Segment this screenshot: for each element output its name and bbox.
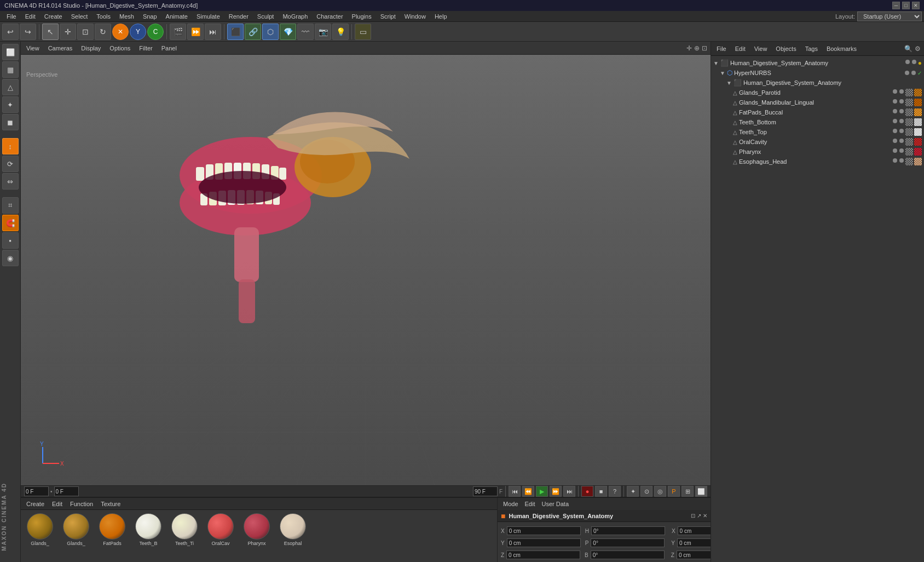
light-tool[interactable]: 💡 <box>332 24 349 40</box>
stop-button[interactable]: ■ <box>595 486 607 497</box>
param-button[interactable]: ◎ <box>654 486 666 497</box>
rp-bookmarks[interactable]: Bookmarks <box>824 44 859 53</box>
mat-menu-create[interactable]: Create <box>24 500 47 508</box>
tree-item-oralcavity[interactable]: △ OralCavity <box>711 137 924 147</box>
tree-item-teeth-top[interactable]: △ Teeth_Top <box>711 127 924 137</box>
rotate-button[interactable]: ⟳ <box>2 156 19 172</box>
poly-mode-button[interactable]: ◼ <box>2 114 19 130</box>
tree-item-glands-parotid[interactable]: △ Glands_Parotid <box>711 88 924 98</box>
tree-expand-0[interactable]: ▼ <box>713 60 719 66</box>
tree-item-pharynx[interactable]: △ Pharynx <box>711 147 924 157</box>
knife-button[interactable]: ⌗ <box>2 197 19 214</box>
point-mode-button[interactable]: ✦ <box>2 96 19 113</box>
paint-button[interactable]: ◉ <box>2 250 19 266</box>
anim-button[interactable]: ⊙ <box>640 486 652 497</box>
play-button[interactable]: ▶ <box>536 486 548 497</box>
tree-item-glands-mand[interactable]: △ Glands_Mandibular_Lingual <box>711 98 924 107</box>
floor-tool[interactable]: ▭ <box>355 24 371 40</box>
material-sphere-3[interactable] <box>135 513 161 540</box>
rp-icon-search[interactable]: 🔍 <box>904 45 913 53</box>
material-item-0[interactable]: Glands_ <box>24 513 56 562</box>
key-button[interactable]: ✦ <box>627 486 639 497</box>
end-frame-input[interactable] <box>473 486 498 496</box>
material-sphere-1[interactable] <box>63 513 89 540</box>
object-tool[interactable]: ✕ <box>112 24 129 40</box>
material-item-1[interactable]: Glands_ <box>60 513 92 562</box>
menu-help[interactable]: Help <box>430 12 452 21</box>
current-frame-input[interactable] <box>24 486 49 496</box>
menu-select[interactable]: Select <box>67 12 93 21</box>
attr-menu-edit[interactable]: Edit <box>523 500 538 508</box>
goto-end-button[interactable]: ⏭ <box>563 486 575 497</box>
info-button[interactable]: ? <box>609 486 621 497</box>
undo-button[interactable]: ↩ <box>2 24 19 40</box>
scale-button[interactable]: ⇔ <box>2 173 19 190</box>
scale-tool[interactable]: ⊡ <box>77 24 94 40</box>
menu-tools[interactable]: Tools <box>92 12 115 21</box>
material-item-5[interactable]: OralCav <box>205 513 236 562</box>
camera-tool[interactable]: 📷 <box>315 24 331 40</box>
menu-snap[interactable]: Snap <box>138 12 161 21</box>
menu-character[interactable]: Character <box>312 12 347 21</box>
material-item-7[interactable]: Esophal <box>277 513 309 562</box>
obj-icon-1[interactable]: ⊡ <box>691 513 695 519</box>
menu-file[interactable]: File <box>2 12 21 21</box>
attr-menu-user[interactable]: User Data <box>540 500 571 508</box>
render-active[interactable]: ⏩ <box>187 24 204 40</box>
mat-menu-edit[interactable]: Edit <box>50 500 65 508</box>
tree-item-esophagus[interactable]: △ Esophagus_Head <box>711 157 924 167</box>
menu-window[interactable]: Window <box>400 12 430 21</box>
menu-mograph[interactable]: MoGraph <box>278 12 312 21</box>
prot-button[interactable]: P <box>668 486 680 497</box>
goto-start-button[interactable]: ⏮ <box>509 486 521 497</box>
material-sphere-5[interactable] <box>207 513 234 540</box>
viewport[interactable]: View Cameras Display Options Filter Pane… <box>21 42 711 485</box>
render-all[interactable]: ⏭ <box>205 24 221 40</box>
track-btn[interactable]: ⬜ <box>695 486 707 497</box>
obj-icon-2[interactable]: ↗ <box>697 513 701 519</box>
curve-tool[interactable]: 〰 <box>297 24 314 40</box>
tree-item-anatomy[interactable]: ▼ ⬛ Human_Digestive_System_Anatomy <box>711 78 924 88</box>
menu-sculpt[interactable]: Sculpt <box>253 12 279 21</box>
rotate-tool[interactable]: ↻ <box>95 24 111 40</box>
render-region[interactable]: 🎬 <box>170 24 186 40</box>
nurbs-tool[interactable]: 🔗 <box>245 24 261 40</box>
model-mode-button[interactable]: ⬜ <box>2 44 19 60</box>
material-sphere-0[interactable] <box>27 513 53 540</box>
material-sphere-6[interactable] <box>244 513 270 540</box>
cube-prim[interactable]: ⬛ <box>227 24 244 40</box>
h-input[interactable] <box>591 526 665 535</box>
menu-plugins[interactable]: Plugins <box>348 12 376 21</box>
timeline-ruler[interactable]: 0 5 10 15 20 25 30 35 40 45 50 55 60 65 … <box>21 485 711 486</box>
y-tool[interactable]: Y <box>130 24 146 40</box>
tree-expand-1[interactable]: ▼ <box>720 70 725 76</box>
edge-mode-button[interactable]: △ <box>2 79 19 95</box>
grid-button[interactable]: ▪ <box>2 232 19 249</box>
menu-simulate[interactable]: Simulate <box>192 12 224 21</box>
vp-menu-filter[interactable]: Filter <box>137 44 154 53</box>
menu-script[interactable]: Script <box>376 12 400 21</box>
deformer-tool[interactable]: 💎 <box>280 24 296 40</box>
tree-item-hypernurbs[interactable]: ▼ ⬡ HyperNURBS ✓ <box>711 68 924 78</box>
x-input[interactable] <box>507 526 581 535</box>
rp-edit[interactable]: Edit <box>733 44 748 53</box>
tree-item-root[interactable]: ▼ ⬛ Human_Digestive_System_Anatomy ● <box>711 58 924 68</box>
magnet-button[interactable]: 🧲 <box>2 215 19 231</box>
b-input[interactable] <box>591 550 665 559</box>
select-tool[interactable]: ↖ <box>42 24 59 40</box>
vp-menu-view[interactable]: View <box>24 44 42 53</box>
grid-anim[interactable]: ⊞ <box>682 486 694 497</box>
menu-mesh[interactable]: Mesh <box>115 12 138 21</box>
array-tool[interactable]: ⬡ <box>262 24 279 40</box>
material-sphere-4[interactable] <box>171 513 198 540</box>
material-sphere-2[interactable] <box>99 513 125 540</box>
vp-menu-display[interactable]: Display <box>79 44 103 53</box>
frame-range-input[interactable] <box>54 486 79 496</box>
y-input[interactable] <box>507 538 581 547</box>
material-item-2[interactable]: FatPads <box>96 513 128 562</box>
z-input[interactable] <box>506 550 580 559</box>
p-input[interactable] <box>591 538 665 547</box>
vp-icon-2[interactable]: ⊕ <box>694 44 700 52</box>
prev-frame-button[interactable]: ⏪ <box>522 486 534 497</box>
material-sphere-7[interactable] <box>280 513 306 540</box>
